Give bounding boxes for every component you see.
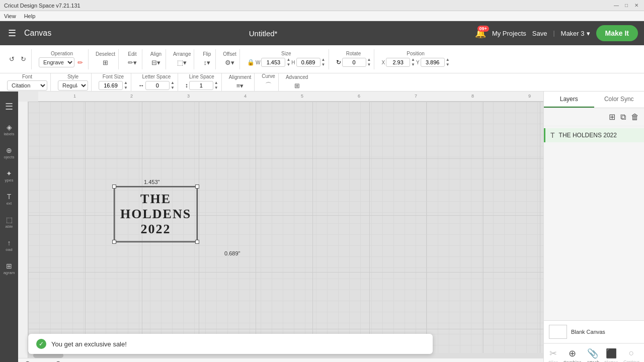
menubar: View Help [0, 11, 644, 21]
curve-button[interactable]: ⌒ [263, 80, 274, 91]
hamburger-menu[interactable]: ☰ [6, 26, 18, 41]
combine-button[interactable]: ⊕ Combine [564, 348, 582, 362]
menu-item-view[interactable]: View [4, 13, 16, 19]
canvas-area: 1 2 3 4 5 6 7 8 9 10 1.453" 0.689" [18, 92, 543, 362]
contour-button[interactable]: ○ Contour [623, 348, 639, 362]
zoom-control: ⊖ 200% ⊕ [18, 358, 543, 362]
attach-button[interactable]: 📎 Attach [587, 348, 600, 362]
align-button[interactable]: ⊟▾ [149, 58, 163, 67]
text-element[interactable]: THE HOLDENS 2022 [114, 186, 198, 242]
letter-space-spinner[interactable]: ▲▼ [171, 80, 175, 90]
layer-name: THE HOLDENS 2022 [559, 132, 639, 139]
font-select[interactable]: Citation [7, 80, 47, 90]
y-input[interactable] [421, 58, 445, 67]
layer-item[interactable]: T THE HOLDENS 2022 [544, 128, 644, 142]
sidebar-item-labels[interactable]: ◈ labels [2, 119, 17, 141]
duplicate-button[interactable]: ⧉ [619, 111, 627, 123]
x-label: X [381, 60, 385, 65]
pen-icon-button[interactable]: ✏ [75, 58, 85, 67]
offset-group: Offset ⚙▾ [220, 49, 240, 69]
panel-actions: ⊞ ⧉ 🗑 [544, 108, 644, 126]
zoom-in-button[interactable]: ⊕ [53, 358, 63, 362]
rotate-input[interactable] [342, 58, 366, 67]
offset-item: Offset ⚙▾ [223, 51, 236, 67]
my-projects-button[interactable]: My Projects [492, 30, 526, 37]
tab-layers[interactable]: Layers [544, 92, 594, 108]
arrange-button[interactable]: ⬚▾ [175, 58, 189, 67]
x-spinner[interactable]: ▲▼ [411, 57, 415, 67]
advanced-button[interactable]: ⊞ [292, 81, 302, 90]
layers-list: T THE HOLDENS 2022 [544, 126, 644, 320]
maximize-button[interactable]: □ [623, 2, 630, 9]
canvas-label[interactable]: Canvas [24, 29, 51, 38]
ruler-num-3: 3 [187, 94, 190, 99]
alignment-button[interactable]: ≡▾ [234, 81, 246, 90]
top-navigation: ☰ Canvas Untitled* 🔔 09+ My Projects Sav… [0, 21, 644, 45]
monogram-label: agram [4, 271, 15, 275]
minimize-button[interactable]: — [613, 2, 620, 9]
undo-button[interactable]: ↺ [7, 54, 17, 64]
flatten-button[interactable]: ⬛ Flatten [604, 348, 618, 362]
save-button[interactable]: Save [532, 30, 547, 37]
text-line-2: HOLDENS [120, 207, 191, 222]
x-input[interactable] [386, 58, 410, 67]
delete-button[interactable]: 🗑 [630, 111, 640, 123]
projects-label: ojects [4, 155, 15, 159]
edit-button[interactable]: ✏▾ [126, 58, 139, 67]
sidebar-item-upload[interactable]: ↑ oad [2, 234, 17, 256]
contour-icon: ○ [629, 348, 634, 358]
tab-color-sync[interactable]: Color Sync [594, 92, 645, 108]
flip-button[interactable]: ↕▾ [201, 58, 212, 67]
resize-handle-br[interactable] [195, 240, 199, 244]
sidebar-item-table[interactable]: ⬚ able [2, 211, 17, 233]
deselect-button[interactable]: ⊞ [101, 58, 110, 67]
resize-handle-tl[interactable] [112, 185, 116, 189]
canvas-content[interactable]: 1.453" 0.689" THE HOLDENS 2022 [28, 102, 543, 358]
operation-select[interactable]: Engrave Cut Draw [39, 57, 74, 67]
sidebar-item-projects[interactable]: ⊕ ojects [2, 142, 17, 164]
toast-success-icon: ✓ [36, 339, 46, 349]
style-select[interactable]: Regular [58, 80, 88, 90]
sidebar-item-text[interactable]: T ext [2, 188, 17, 210]
resize-handle-tr[interactable] [195, 185, 199, 189]
redo-button[interactable]: ↻ [19, 54, 28, 64]
resize-handle-bl[interactable] [112, 240, 116, 244]
alignment-group: Alignment ≡▾ [226, 73, 255, 92]
menu-item-help[interactable]: Help [24, 13, 36, 19]
position-inputs: X ▲▼ Y ▲▼ [381, 57, 449, 67]
width-input[interactable] [261, 58, 285, 67]
slice-button[interactable]: ✂ Slice [548, 348, 558, 362]
close-button[interactable]: ✕ [633, 2, 640, 9]
rotate-group: Rotate ↻ ▲▼ [333, 49, 375, 69]
font-size-spinner[interactable]: ▲▼ [124, 80, 128, 90]
line-space-spinner[interactable]: ▲▼ [214, 80, 218, 90]
sidebar-item-types[interactable]: ✦ ypes [2, 165, 17, 187]
edit-item: Edit ✏▾ [126, 51, 139, 67]
font-size-input[interactable] [99, 81, 123, 90]
group-button[interactable]: ⊞ [608, 111, 616, 123]
operation-group: Operation Engrave Cut Draw ✏ [36, 49, 89, 69]
blank-canvas-item[interactable]: Blank Canvas [544, 321, 644, 343]
window-controls[interactable]: — □ ✕ [613, 2, 640, 9]
contour-label: Contour [623, 359, 639, 362]
width-spinner[interactable]: ▲▼ [286, 57, 290, 67]
line-space-input[interactable] [189, 81, 213, 90]
sidebar-item-monogram[interactable]: ⊞ agram [2, 257, 17, 280]
y-spinner[interactable]: ▲▼ [446, 57, 450, 67]
line-space-item: Line Space ↕ ▲▼ [185, 74, 218, 90]
maker-selector[interactable]: Maker 3 ▾ [561, 30, 590, 37]
notification-button[interactable]: 🔔 09+ [475, 28, 486, 39]
letter-space-input[interactable] [145, 81, 170, 90]
zoom-out-button[interactable]: ⊖ [22, 358, 33, 362]
document-title: Untitled* [57, 29, 469, 38]
operation-item: Operation Engrave Cut Draw ✏ [39, 51, 85, 67]
sidebar-item-menu[interactable]: ☰ [2, 96, 17, 118]
make-it-button[interactable]: Make It [596, 25, 638, 41]
canvas-text[interactable]: THE HOLDENS 2022 [114, 187, 197, 242]
offset-button[interactable]: ⚙▾ [223, 58, 236, 67]
advanced-group: Advanced ⊞ [283, 73, 311, 92]
height-input[interactable] [296, 58, 320, 67]
table-label: able [5, 225, 13, 229]
rotate-spinner[interactable]: ▲▼ [367, 57, 371, 67]
height-spinner[interactable]: ▲▼ [321, 57, 326, 67]
